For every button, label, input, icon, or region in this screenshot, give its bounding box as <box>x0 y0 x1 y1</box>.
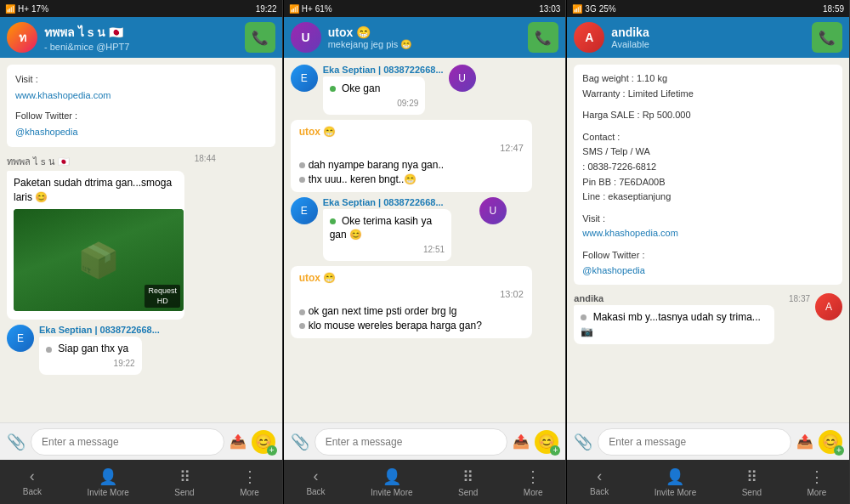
phone-icon: 📞 <box>252 30 269 46</box>
andika-sender-label: andika <box>574 293 604 303</box>
screen3-time: 18:59 <box>823 4 844 14</box>
screen2: 📶 H+ 61% 13:03 U utox 😁 mekejang jeg pis… <box>284 0 567 504</box>
screen2-chat-header: U utox 😁 mekejang jeg pis 😁 📞 <box>284 17 566 58</box>
utox-msg-1: utox 😁 12:47 dah nyampe barang nya gan..… <box>291 120 559 192</box>
screen1-chat-header: ท ทพพล ไ s น 🇯🇵 - beni&mice @HPT7 📞 <box>0 17 282 58</box>
eka-sender-label-2: Eka Septian | 0838722668... <box>323 197 474 207</box>
call-button-1[interactable]: 📞 <box>245 22 275 53</box>
nav-more-label-2: More <box>524 488 543 497</box>
screen3-chat-area[interactable]: Bag weight : 1.10 kg Warranty : Limited … <box>567 58 849 422</box>
info-line-6: : 0838-7226-6812 <box>582 160 834 175</box>
screen2-network-type: H+ <box>302 4 313 14</box>
send-icon-2[interactable]: 📤 <box>513 433 530 450</box>
send-icon-1[interactable]: 📤 <box>230 433 246 450</box>
info-line-2: Warranty : Limited Lifetime <box>582 87 834 102</box>
nav-back-1[interactable]: ‹ Back <box>23 467 42 496</box>
utox-text-2: ok gan next time psti order brg lg klo m… <box>299 304 524 333</box>
message-input-3[interactable] <box>598 428 791 456</box>
chat-image-1[interactable]: 📦 RequestHD <box>14 209 184 311</box>
info-line-9: Visit : <box>582 212 834 227</box>
emoji-plus-1: + <box>267 445 277 456</box>
attach-icon-2[interactable]: 📎 <box>291 433 309 451</box>
nav-back-label-3: Back <box>590 487 609 496</box>
utox-bubble-1: utox 😁 12:47 dah nyampe barang nya gan..… <box>291 120 532 192</box>
nav-back-3[interactable]: ‹ Back <box>590 467 609 496</box>
screen1-input-area: 📎 📤 😊 + <box>0 422 282 460</box>
utox-name-label-2: utox 😁 <box>299 271 524 286</box>
info-line-10: www.khashopedia.com <box>582 226 834 241</box>
eka-sender-label-1: Eka Septian | 0838722668... <box>323 65 444 75</box>
header-sub-1: - beni&mice @HPT7 <box>44 42 238 52</box>
eka-msg-2: E Eka Septian | 0838722668... Oke terima… <box>291 197 559 262</box>
utox-text-1: dah nyampe barang nya gan.. thx uuu.. ke… <box>299 158 524 187</box>
screen1-bottom-nav: ‹ Back 👤 Invite More ⠿ Send ⋮ More <box>0 460 282 504</box>
nav-send-label-3: Send <box>742 488 762 497</box>
screen3-input-area: 📎 📤 😊 + <box>567 422 849 460</box>
nav-bb-2[interactable]: ⠿ Send <box>458 467 478 497</box>
info-block-1: Visit :www.khashopedia.com Follow Twitte… <box>7 65 275 147</box>
nav-invite-label-2: Invite More <box>371 488 412 497</box>
info-line-5: SMS / Telp / WA <box>582 144 834 160</box>
andika-msg-header: andika 18:37 <box>574 293 810 303</box>
nav-more-label-3: More <box>807 488 826 497</box>
screen3-battery: 25% <box>599 4 616 14</box>
message-input-1[interactable] <box>31 428 224 456</box>
nav-more-3[interactable]: ⋮ More <box>807 467 826 497</box>
nav-bb-1[interactable]: ⠿ Send <box>174 467 194 497</box>
more-icon-3: ⋮ <box>809 467 824 486</box>
nav-bb-3[interactable]: ⠿ Send <box>742 467 762 497</box>
info-line-7: Pin BB : 7E6DA00B <box>582 175 834 190</box>
screen3-status-bar: 📶 3G 25% 18:59 <box>567 0 849 17</box>
screen2-chat-area[interactable]: E Eka Septian | 0838722668... Oke gan 09… <box>284 58 566 422</box>
header-avatar-2: U <box>291 22 321 53</box>
msg-text-received-1: Siap gan thx ya 19:22 <box>39 337 142 375</box>
emoji-button-2[interactable]: 😊 + <box>535 430 558 454</box>
nav-invite-label-1: Invite More <box>87 488 128 497</box>
back-arrow-icon: ‹ <box>30 467 35 485</box>
msg-sender-name: ทพพล ไ s น 🇯🇵 18:44 <box>7 154 216 169</box>
eka-bubble-1: Oke gan 09:29 <box>323 76 426 115</box>
call-button-2[interactable]: 📞 <box>528 22 558 53</box>
msg-avatar-1: E <box>7 325 34 352</box>
call-button-3[interactable]: 📞 <box>812 22 842 53</box>
header-info-1: ทพพล ไ s น 🇯🇵 - beni&mice @HPT7 <box>44 23 238 52</box>
back-arrow-icon-3: ‹ <box>597 467 602 485</box>
nav-invite-1[interactable]: 👤 Invite More <box>87 467 128 497</box>
utox-time-1: 12:47 <box>299 142 524 155</box>
screen2-network: 📶 <box>289 4 299 14</box>
attach-icon-3[interactable]: 📎 <box>574 433 592 451</box>
utox-msg-2: utox 😁 13:02 ok gan next time psti order… <box>291 266 559 338</box>
header-avatar-3: A <box>574 22 604 53</box>
emoji-button-1[interactable]: 😊 + <box>252 430 275 454</box>
send-icon-3[interactable]: 📤 <box>796 433 813 450</box>
emoji-button-3[interactable]: 😊 + <box>819 430 842 454</box>
screen2-bottom-nav: ‹ Back 👤 Invite More ⠿ Send ⋮ More <box>284 460 566 504</box>
message-input-2[interactable] <box>314 428 508 456</box>
nav-more-1[interactable]: ⋮ More <box>240 467 259 497</box>
msg-sent-1: ทพพล ไ s น 🇯🇵 18:44 Paketan sudah dtrima… <box>7 154 216 320</box>
twitter-text: Follow Twitter :@khashopedia <box>15 108 267 139</box>
eka-bubble-2: Oke terima kasih ya gan 😊 12:51 <box>323 209 451 262</box>
emoji-plus-2: + <box>550 445 560 456</box>
header-name-3: andika <box>611 25 805 39</box>
nav-invite-2[interactable]: 👤 Invite More <box>371 467 412 497</box>
screen1-chat-area[interactable]: Visit :www.khashopedia.com Follow Twitte… <box>0 58 282 422</box>
utox-name-label: utox 😁 <box>299 125 524 139</box>
eka-avatar-1: E <box>291 65 318 92</box>
msg-bubble-wrapper-1: Eka Septian | 0838722668... Siap gan thx… <box>39 325 160 375</box>
header-info-2: utox 😁 mekejang jeg pis 😁 <box>328 25 522 50</box>
eka-avatar-2: E <box>291 197 318 224</box>
nav-more-2[interactable]: ⋮ More <box>524 467 543 497</box>
nav-back-label-2: Back <box>306 487 325 496</box>
attach-icon-1[interactable]: 📎 <box>7 433 26 451</box>
andika-msg-wrapper: andika 18:37 Makasi mb y...tasnya udah s… <box>574 293 810 344</box>
andika-avatar: A <box>815 293 842 320</box>
screen3-network: 📶 <box>572 4 582 14</box>
utox-avatar-2: U <box>479 197 507 224</box>
nav-invite-3[interactable]: 👤 Invite More <box>654 467 696 497</box>
back-arrow-icon-2: ‹ <box>314 467 319 485</box>
hd-badge[interactable]: RequestHD <box>144 285 180 308</box>
nav-invite-label-3: Invite More <box>654 488 696 497</box>
invite-icon-3: 👤 <box>666 467 684 486</box>
nav-back-2[interactable]: ‹ Back <box>306 467 325 496</box>
